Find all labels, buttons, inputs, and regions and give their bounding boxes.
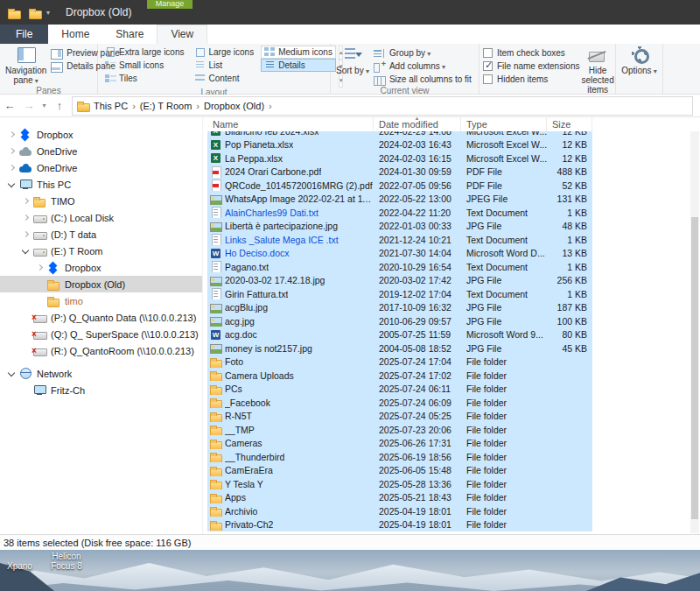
column-header-date-modified[interactable]: Date modified bbox=[374, 117, 461, 131]
layout-option-details[interactable]: Details bbox=[261, 59, 336, 72]
options-button[interactable]: Options bbox=[620, 46, 659, 82]
desktop-icon-label-helicon[interactable]: Helicon Focus 8 bbox=[44, 552, 89, 571]
navigation-pane-button[interactable]: Navigation pane bbox=[4, 46, 48, 86]
layout-option-medium-icons[interactable]: Medium icons bbox=[261, 46, 336, 59]
hide-selected-items-button[interactable]: Hide selected items bbox=[580, 46, 616, 95]
sidebar-item-timo[interactable]: TIMO bbox=[0, 193, 202, 209]
breadcrumb-item-dropbox-old[interactable]: Dropbox (Old) bbox=[200, 101, 268, 111]
sidebar-item-this-pc[interactable]: This PC bbox=[0, 176, 202, 193]
checkbox-hidden-items[interactable]: Hidden items bbox=[483, 73, 580, 86]
checkbox-item-check-boxes[interactable]: Item check boxes bbox=[483, 46, 580, 60]
file-row-acg-doc[interactable]: acg.doc2005-07-25 11:59Microsoft Word 9.… bbox=[207, 328, 592, 342]
file-row-2024-orari-carbone-pdf[interactable]: 2024 Orari Carbone.pdf2024-01-30 09:59PD… bbox=[207, 165, 592, 179]
column-header-name[interactable]: Name bbox=[207, 117, 374, 131]
sidebar-item-e-t-room[interactable]: (E:) T Room bbox=[0, 243, 202, 259]
size-all-columns-button[interactable]: Size all columns to fit bbox=[371, 73, 473, 86]
checkbox-file-name-extensions[interactable]: File name extensions bbox=[483, 60, 580, 73]
file-row-whatsapp-image-2022-02-21-at-11-14-37[interactable]: WhatsApp Image 2022-02-21 at 11.14.37...… bbox=[207, 193, 592, 207]
manage-context-tab[interactable]: Manage bbox=[147, 0, 192, 9]
file-row-y-tesla-y[interactable]: Y Tesla Y2025-05-28 13:36File folder bbox=[207, 477, 592, 491]
scrollbar-thumb[interactable] bbox=[691, 217, 698, 519]
file-row-money-is-not2157-jpg[interactable]: money is not2157.jpg2004-05-08 18:52JPG … bbox=[207, 341, 592, 355]
up-button[interactable] bbox=[50, 99, 69, 112]
group-by-button[interactable]: Group by bbox=[371, 46, 473, 60]
layout-option-list[interactable]: List bbox=[191, 59, 257, 72]
file-row-pagano-txt[interactable]: Pagano.txt2020-10-29 16:54Text Document1… bbox=[207, 260, 592, 274]
file-row-pop-pianeta-xlsx[interactable]: Pop Pianeta.xlsx2024-02-03 16:43Microsof… bbox=[207, 138, 592, 152]
file-row-acg-jpg[interactable]: acg.jpg2010-06-29 09:57JPG File100 KB bbox=[207, 314, 592, 328]
file-row-tmp[interactable]: __TMP2025-07-23 20:06File folder bbox=[207, 423, 592, 437]
add-columns-button[interactable]: Add columns bbox=[371, 60, 473, 73]
file-row-cameraera[interactable]: CamEraEra2025-06-05 15:48File folder bbox=[207, 464, 592, 478]
file-row-privato-ch2[interactable]: Privato-Ch22025-04-19 18:01File folder bbox=[207, 518, 592, 532]
file-row-qrcode-10145720016mrg-2-pdf[interactable]: QRCode_10145720016MRG (2).pdf2022-07-05 … bbox=[207, 179, 592, 193]
sidebar-item-onedrive[interactable]: OneDrive bbox=[0, 159, 202, 176]
ribbon-tab-share[interactable]: Share bbox=[102, 25, 157, 44]
file-row-camera-uploads[interactable]: Camera Uploads2025-07-24 17:02File folde… bbox=[207, 369, 592, 383]
file-row-cameras[interactable]: Cameras2025-06-26 17:31File folder bbox=[207, 437, 592, 451]
address-box[interactable]: This PC(E:) T RoomDropbox (Old) bbox=[72, 96, 693, 116]
file-row-la-peppa-xlsx[interactable]: La Peppa.xlsx2024-02-03 16:15Microsoft E… bbox=[207, 151, 592, 165]
file-row-2020-03-02-17-42-18-jpg[interactable]: 2020-03-02 17.42.18.jpg2020-03-02 17:42J… bbox=[207, 274, 592, 288]
sidebar-item-p-q-quanto-data-10-0-0-213[interactable]: (P:) Q_Quanto Data (\\10.0.0.213) bbox=[0, 309, 202, 326]
chevron-down-icon[interactable] bbox=[21, 246, 31, 256]
sidebar-item-network[interactable]: Network bbox=[0, 365, 202, 382]
layout-option-tiles[interactable]: Tiles bbox=[102, 72, 187, 85]
chevron-right-icon[interactable] bbox=[21, 213, 31, 222]
file-row-facebook[interactable]: _Facebook2025-07-24 06:09File folder bbox=[207, 396, 592, 410]
sidebar-item-onedrive[interactable]: OneDrive bbox=[0, 143, 202, 159]
sidebar-item-label: (P:) Q_Quanto Data (\\10.0.0.213) bbox=[51, 313, 196, 323]
layout-option-extra-large-icons[interactable]: Extra large icons bbox=[102, 46, 187, 59]
sort-by-button[interactable]: Sort by bbox=[334, 46, 371, 86]
chevron-right-icon[interactable] bbox=[21, 229, 31, 239]
sidebar-item-dropbox-old[interactable]: Dropbox (Old) bbox=[0, 276, 202, 292]
back-button[interactable] bbox=[0, 99, 19, 112]
layout-option-content[interactable]: Content bbox=[191, 72, 257, 85]
chevron-down-icon[interactable] bbox=[7, 179, 17, 189]
sidebar-item-q-q-superspace-10-0-0-213[interactable]: (Q:) Q_ SuperSpace (\\10.0.0.213) bbox=[0, 326, 202, 342]
file-row-libert-partecipazione-jpg[interactable]: Libertà è partecipazione.jpg2022-01-03 0… bbox=[207, 220, 592, 234]
chevron-right-icon[interactable] bbox=[7, 146, 17, 156]
file-name-cell: Cameras bbox=[207, 438, 374, 449]
file-row-ho-deciso-docx[interactable]: Ho Deciso.docx2021-07-30 14:04Microsoft … bbox=[207, 247, 592, 261]
ribbon-tab-file[interactable]: File bbox=[0, 25, 48, 44]
sidebar-item-c-local-disk[interactable]: (C:) Local Disk bbox=[0, 209, 202, 226]
column-header-type[interactable]: Type bbox=[461, 117, 547, 131]
sidebar-item-fritz-ch[interactable]: Fritz-Ch bbox=[0, 382, 202, 398]
breadcrumb-item-e-t-room[interactable]: (E:) T Room bbox=[136, 101, 196, 111]
sidebar-item-timo[interactable]: timo bbox=[0, 292, 202, 309]
qat-dropdown-icon[interactable] bbox=[46, 9, 50, 17]
desktop-icon-label-xpano[interactable]: Xpano bbox=[7, 561, 32, 571]
file-row-foto[interactable]: Foto2025-07-24 17:04File folder bbox=[207, 355, 592, 369]
file-row-girin-fattura-txt[interactable]: Girin Fattura.txt2019-12-02 17:04Text Do… bbox=[207, 287, 592, 301]
sidebar-item-dropbox[interactable]: Dropbox bbox=[0, 126, 202, 143]
file-row-alaincharles99-dati-txt[interactable]: AlainCharles99 Dati.txt2022-04-22 11:20T… bbox=[207, 206, 592, 220]
file-row-archivio[interactable]: Archivio2025-04-19 18:01File folder bbox=[207, 504, 592, 518]
sidebar-item-dropbox[interactable]: Dropbox bbox=[0, 259, 202, 276]
recent-locations-icon[interactable] bbox=[38, 102, 50, 109]
chevron-right-icon[interactable] bbox=[21, 196, 31, 206]
layout-option-large-icons[interactable]: Large icons bbox=[191, 46, 257, 59]
file-row-pcs[interactable]: PCs2025-07-24 06:11File folder bbox=[207, 383, 592, 397]
breadcrumb-item-this-pc[interactable]: This PC bbox=[90, 101, 131, 111]
file-name: Bilancino feb 2024.xlsx bbox=[225, 131, 318, 137]
sidebar-item-r-q-qantoroom-10-0-0-213[interactable]: (R:) Q_QantoRoom (\\10.0.0.213) bbox=[0, 342, 202, 359]
file-row-bilancino-feb-2024-xlsx[interactable]: Bilancino feb 2024.xlsx2024-02-29 14:08M… bbox=[207, 131, 592, 138]
qat-folder-icon[interactable] bbox=[29, 7, 42, 18]
forward-button[interactable] bbox=[19, 99, 38, 112]
file-row-apps[interactable]: Apps2025-05-21 18:43File folder bbox=[207, 491, 592, 505]
ribbon-tab-view[interactable]: View bbox=[157, 25, 207, 44]
chevron-right-icon[interactable] bbox=[7, 130, 17, 139]
column-header-size[interactable]: Size bbox=[547, 117, 592, 131]
sidebar-item-d-t-data[interactable]: (D:) T data bbox=[0, 226, 202, 243]
chevron-right-icon[interactable] bbox=[35, 263, 45, 272]
layout-option-small-icons[interactable]: Small icons bbox=[102, 59, 187, 72]
file-row-acgblu-jpg[interactable]: acgBlu.jpg2017-10-09 16:32JPG File187 KB bbox=[207, 301, 592, 315]
ribbon-tab-home[interactable]: Home bbox=[48, 25, 102, 44]
file-row-links-salute-mega-ice-txt[interactable]: Links _Salute Mega ICE .txt2021-12-24 10… bbox=[207, 233, 592, 247]
file-row-r-n5t[interactable]: R-N5T2025-07-24 05:25File folder bbox=[207, 410, 592, 424]
chevron-right-icon[interactable] bbox=[7, 163, 17, 172]
file-list-scrollbar[interactable] bbox=[690, 131, 699, 533]
chevron-down-icon[interactable] bbox=[7, 369, 17, 378]
file-row-thunderbird[interactable]: __Thunderbird2025-06-19 18:56File folder bbox=[207, 450, 592, 464]
